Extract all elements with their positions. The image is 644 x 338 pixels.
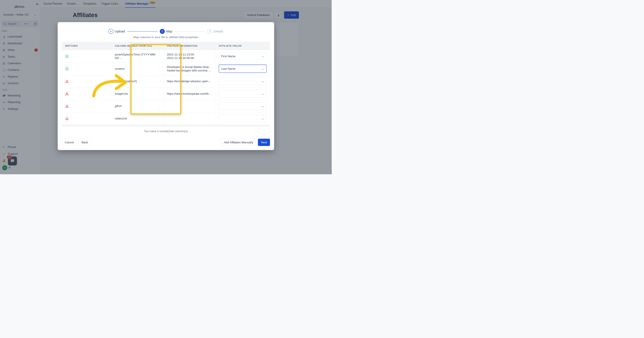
chevron-down-icon: ⌄ [262, 80, 264, 83]
warning-icon [65, 92, 68, 95]
column-header-cell: gifUrl [112, 100, 164, 112]
preview-cell: https://knowledge.wharton.upenn.e… [163, 75, 215, 87]
chevron-down-icon: ⌄ [262, 117, 264, 120]
step-details: 3 Details [207, 29, 223, 34]
affiliate-field-select[interactable]: ⌄ [219, 102, 266, 110]
chevron-down-icon: ⌄ [262, 104, 264, 108]
preview-cell: https://www.investopedia.com/thmb… [163, 88, 215, 100]
preview-cell [163, 112, 215, 124]
affiliate-field-select[interactable]: ⌄ [219, 115, 266, 122]
table-row: gifUrl ⌄ [62, 100, 270, 112]
col-preview: PREVIEW INFORMATION [163, 42, 215, 50]
warning-icon [65, 80, 68, 83]
preview-cell: 2022-11-23 11:23:002022-11-30 20:00:00 [163, 50, 215, 62]
field-cell: Last Name⌄ [215, 62, 270, 75]
modal-subtitle: Map columns in your file to affiliate fi… [62, 36, 270, 39]
field-cell: ⌄ [215, 100, 270, 112]
unmatched-message: You have 4 unmatched column(s) [62, 130, 270, 133]
table-scrollbar[interactable] [62, 125, 270, 126]
affiliate-field-select[interactable]: Last Name⌄ [219, 65, 266, 73]
cancel-button[interactable]: Cancel [62, 138, 77, 146]
step-map: 2 Map [160, 29, 172, 34]
field-cell: ⌄ [215, 112, 270, 124]
arrow-annotation [91, 71, 128, 98]
svg-point-11 [67, 94, 67, 95]
svg-point-13 [67, 107, 67, 107]
field-cell: ⌄ [215, 88, 270, 100]
field-cell: First Name⌄ [215, 50, 270, 62]
field-cell: ⌄ [215, 75, 270, 87]
col-fields: AFFILIATE FIELDS [215, 42, 270, 50]
table-row: postAtSpecificTime (YYYY-MM-DD … 2022-11… [62, 50, 270, 62]
affiliate-field-select[interactable]: First Name⌄ [219, 52, 266, 60]
col-matched: MATCHED [62, 42, 112, 50]
warning-icon [65, 104, 68, 108]
back-button[interactable]: Back [78, 138, 91, 146]
preview-cell [163, 100, 215, 112]
svg-point-15 [67, 119, 67, 120]
step-line [127, 31, 158, 32]
svg-point-9 [67, 82, 67, 82]
check-icon [110, 30, 112, 33]
modal-footer: Cancel Back Add Affiliates Manually Next [62, 138, 270, 146]
step-upload: Upload [108, 29, 125, 34]
warning-icon [65, 117, 68, 120]
success-icon [65, 54, 68, 58]
status-cell [62, 112, 112, 124]
import-modal: Upload 2 Map 3 Details Map columns in yo… [58, 22, 274, 150]
column-header-cell: videoUrls [112, 112, 164, 124]
chevron-down-icon: ⌄ [262, 67, 264, 70]
status-cell [62, 100, 112, 112]
svg-point-7 [66, 67, 68, 70]
success-icon [65, 67, 68, 70]
next-button[interactable]: Next [258, 138, 270, 146]
add-manually-button[interactable]: Add Affiliates Manually [221, 138, 256, 146]
step-line [174, 31, 205, 32]
status-cell [62, 50, 112, 62]
svg-point-6 [66, 55, 68, 58]
table-header: MATCHED COLUMN HEADER FROM FILE PREVIEW … [62, 42, 270, 50]
column-header-cell: postAtSpecificTime (YYYY-MM-DD … [112, 50, 164, 62]
chevron-down-icon: ⌄ [262, 54, 264, 58]
affiliate-field-select[interactable]: ⌄ [219, 78, 266, 85]
preview-cell: Developing a Social Media Strategy …Adde… [163, 62, 215, 75]
col-header: COLUMN HEADER FROM FILE [112, 42, 164, 50]
table-row: videoUrls ⌄ [62, 112, 270, 125]
chevron-down-icon: ⌄ [262, 92, 264, 95]
affiliate-field-select[interactable]: ⌄ [219, 90, 266, 98]
stepper: Upload 2 Map 3 Details [62, 29, 270, 34]
